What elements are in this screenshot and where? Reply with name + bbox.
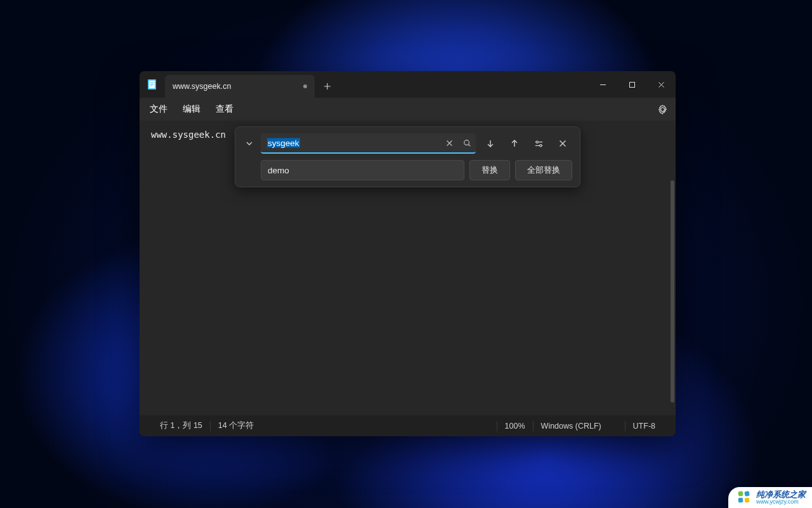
status-bar: 行 1，列 15 14 个字符 100% Windows (CRLF) UTF-… <box>140 415 676 436</box>
menu-file[interactable]: 文件 <box>142 100 175 119</box>
search-options-button[interactable] <box>529 134 548 153</box>
close-find-panel-button[interactable] <box>553 134 572 153</box>
watermark-title: 纯净系统之家 <box>756 490 806 499</box>
search-field-wrapper: sysgeek <box>261 133 476 154</box>
sliders-icon <box>534 139 544 149</box>
find-previous-button[interactable] <box>505 134 524 153</box>
svg-point-7 <box>536 141 538 143</box>
tab-title: www.sysgeek.cn <box>173 82 298 91</box>
new-tab-button[interactable] <box>315 75 340 98</box>
vertical-scrollbar[interactable] <box>671 180 674 403</box>
arrow-up-icon <box>510 139 519 148</box>
replace-input[interactable] <box>261 161 464 180</box>
minimize-button[interactable] <box>588 71 617 98</box>
replace-button[interactable]: 替换 <box>469 160 510 180</box>
menu-bar: 文件 编辑 查看 <box>140 98 676 121</box>
find-replace-panel: sysgeek <box>235 126 580 187</box>
char-count: 14 个字符 <box>212 420 260 431</box>
close-icon <box>559 140 566 147</box>
watermark-logo-icon <box>737 490 751 504</box>
collapse-replace-button[interactable] <box>243 135 256 152</box>
menu-view[interactable]: 查看 <box>208 100 241 119</box>
notepad-window: www.sysgeek.cn 文件 编辑 查看 www.sysgeek.cn <box>140 71 676 436</box>
close-icon <box>446 140 453 147</box>
replace-all-button[interactable]: 全部替换 <box>515 160 572 180</box>
tab-document[interactable]: www.sysgeek.cn <box>165 75 315 98</box>
svg-rect-10 <box>744 491 749 497</box>
gear-icon <box>657 104 668 115</box>
svg-rect-9 <box>738 491 743 497</box>
search-selected-text: sysgeek <box>267 138 300 148</box>
zoom-level[interactable]: 100% <box>499 422 532 431</box>
svg-rect-12 <box>744 498 749 503</box>
editor-area[interactable]: www.sysgeek.cn sysgeek <box>140 121 676 415</box>
svg-rect-5 <box>629 82 634 87</box>
watermark-url: www.ycwjzy.com <box>756 499 806 505</box>
clear-search-button[interactable] <box>440 134 458 152</box>
svg-point-8 <box>539 144 541 146</box>
search-button[interactable] <box>458 134 476 152</box>
settings-button[interactable] <box>652 100 673 119</box>
find-next-button[interactable] <box>481 134 500 153</box>
replace-field-wrapper <box>261 160 464 180</box>
menu-edit[interactable]: 编辑 <box>175 100 208 119</box>
close-button[interactable] <box>646 71 676 98</box>
arrow-down-icon <box>486 139 495 148</box>
unsaved-indicator-icon <box>303 84 307 88</box>
notepad-app-icon <box>140 71 165 98</box>
title-bar: www.sysgeek.cn <box>140 71 676 98</box>
svg-rect-11 <box>738 498 743 503</box>
encoding: UTF-8 <box>627 422 662 431</box>
line-ending: Windows (CRLF) <box>535 422 624 431</box>
chevron-down-icon <box>246 140 253 147</box>
maximize-button[interactable] <box>617 71 646 98</box>
site-watermark: 纯净系统之家 www.ycwjzy.com <box>728 487 812 508</box>
search-icon <box>463 139 471 147</box>
cursor-position: 行 1，列 15 <box>154 420 209 431</box>
svg-point-6 <box>464 140 469 145</box>
